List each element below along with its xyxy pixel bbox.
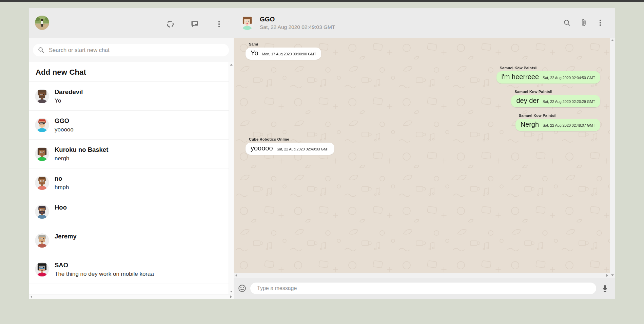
message-sender: Samuel Kow Paintsil: [514, 90, 552, 94]
message: Samuel Kow Paintsil Nergh Sat, 22 Aug 20…: [246, 113, 600, 131]
scroll-down-arrow-icon[interactable]: [611, 274, 614, 276]
chat-name: no: [55, 175, 69, 182]
chat-name: Daredevil: [55, 88, 83, 96]
chat-name: SAO: [55, 262, 154, 269]
paperclip-icon[interactable]: [580, 19, 588, 27]
message-input-pill[interactable]: [250, 283, 596, 294]
add-new-chat-heading: Add new Chat: [36, 68, 229, 77]
sidebar: Add new Chat Daredevil Yo GGO yooooo Kur…: [29, 8, 234, 299]
conversation-header: GGO Sat, 22 Aug 2020 02:49:03 GMT: [234, 8, 615, 38]
scroll-right-arrow-icon[interactable]: [230, 295, 232, 298]
status-icon[interactable]: [166, 20, 174, 28]
app-window: Add new Chat Daredevil Yo GGO yooooo Kur…: [29, 8, 615, 299]
chat-name: Hoo: [55, 204, 67, 211]
search-bar[interactable]: [33, 44, 229, 56]
chat-avatar: [35, 204, 49, 219]
add-new-chat-heading-block: Add new Chat: [29, 62, 229, 82]
chat-name: Jeremy: [55, 233, 77, 240]
chat-list-item[interactable]: SAO The thing no dey work on mobile kora…: [29, 255, 229, 284]
conversation-panel: GGO Sat, 22 Aug 2020 02:49:03 GMT: [234, 8, 615, 299]
message-sender: Sami: [249, 42, 258, 46]
chat-name: GGO: [55, 117, 74, 125]
messages-horizontal-scrollbar[interactable]: [234, 273, 610, 278]
window-top-strip: [0, 0, 644, 2]
chat-list: Add new Chat Daredevil Yo GGO yooooo Kur…: [29, 62, 229, 294]
chat-list-wrap: Add new Chat Daredevil Yo GGO yooooo Kur…: [29, 62, 234, 294]
chat-preview: hmph: [55, 184, 69, 191]
message-sender: Cube Robotics Online: [249, 137, 289, 141]
scroll-right-arrow-icon[interactable]: [606, 274, 608, 277]
message-time: Sat, 22 Aug 2020 02:04:50 GMT: [543, 76, 595, 80]
chat-preview: nergh: [55, 155, 108, 162]
sidebar-menu-icon[interactable]: [215, 20, 223, 28]
chat-list-item[interactable]: GGO yooooo: [29, 111, 229, 140]
chat-preview: yooooo: [55, 126, 74, 133]
conversation-timestamp: Sat, 22 Aug 2020 02:49:03 GMT: [260, 24, 335, 30]
conversation-avatar[interactable]: [240, 16, 254, 30]
composer: [234, 278, 615, 299]
chat-list-item[interactable]: Hoo: [29, 197, 229, 226]
search-section: [29, 38, 234, 62]
profile-avatar[interactable]: [35, 16, 49, 30]
message-bubble: dey der Sat, 22 Aug 2020 02:20:29 GMT: [511, 95, 600, 107]
chat-list-vertical-scrollbar[interactable]: [229, 62, 234, 294]
messages-area: Sami Yo Mon, 17 Aug 2020 00:00:00 GMT Sa…: [234, 38, 610, 273]
chat-avatar: [35, 118, 49, 132]
message-time: Mon, 17 Aug 2020 00:00:00 GMT: [262, 52, 316, 56]
message-text: Yo: [251, 49, 258, 57]
scroll-left-arrow-icon[interactable]: [235, 274, 237, 277]
message-input[interactable]: [257, 285, 589, 291]
emoji-icon[interactable]: [238, 284, 247, 293]
message: Samuel Kow Paintsil dey der Sat, 22 Aug …: [246, 90, 600, 107]
message-sender: Samuel Kow Paintsil: [519, 113, 557, 118]
chat-preview: The thing no dey work on mobile koraa: [55, 271, 154, 277]
chat-list-horizontal-scrollbar[interactable]: [29, 294, 234, 299]
message-text: i'm heerreee: [502, 73, 539, 81]
message-sender: Samuel Kow Paintsil: [500, 66, 538, 70]
message: Sami Yo Mon, 17 Aug 2020 00:00:00 GMT: [246, 42, 600, 60]
scroll-left-arrow-icon[interactable]: [31, 295, 32, 298]
message-bubble: Nergh Sat, 22 Aug 2020 02:48:07 GMT: [515, 119, 600, 131]
message: Cube Robotics Online yooooo Sat, 22 Aug …: [246, 137, 600, 155]
chat-avatar: [35, 89, 49, 103]
chat-list-item[interactable]: Daredevil Yo: [29, 82, 229, 111]
conversation-search-icon[interactable]: [563, 19, 571, 27]
message-bubble: Yo Mon, 17 Aug 2020 00:00:00 GMT: [246, 48, 321, 60]
chat-avatar: [35, 176, 49, 190]
message-bubble: i'm heerreee Sat, 22 Aug 2020 02:04:50 G…: [496, 71, 600, 84]
messages-wrap: Sami Yo Mon, 17 Aug 2020 00:00:00 GMT Sa…: [234, 38, 615, 278]
chat-list-item[interactable]: Jeremy: [29, 226, 229, 255]
mic-icon[interactable]: [601, 284, 609, 293]
new-chat-icon[interactable]: [191, 20, 199, 28]
sidebar-header: [29, 8, 234, 38]
message-time: Sat, 22 Aug 2020 02:20:29 GMT: [543, 100, 595, 104]
chat-avatar: [35, 147, 49, 161]
message-text: Nergh: [521, 121, 539, 128]
scroll-down-arrow-icon[interactable]: [230, 291, 233, 292]
chat-avatar: [35, 233, 49, 248]
search-input[interactable]: [49, 47, 224, 53]
message-time: Sat, 22 Aug 2020 02:48:07 GMT: [543, 123, 595, 127]
message-time: Sat, 22 Aug 2020 02:49:03 GMT: [277, 147, 329, 151]
message-bubble: yooooo Sat, 22 Aug 2020 02:49:03 GMT: [246, 143, 334, 155]
message: Samuel Kow Paintsil i'm heerreee Sat, 22…: [246, 66, 600, 84]
messages-vertical-scrollbar[interactable]: [610, 38, 615, 278]
chat-preview: Yo: [55, 97, 83, 104]
conversation-menu-icon[interactable]: [596, 19, 604, 27]
chat-list-item[interactable]: no hmph: [29, 168, 229, 197]
message-text: yooooo: [251, 144, 273, 152]
chat-avatar: [35, 262, 49, 276]
conversation-title: GGO: [260, 16, 335, 23]
scroll-up-arrow-icon[interactable]: [230, 64, 233, 66]
scroll-up-arrow-icon[interactable]: [611, 39, 614, 41]
message-text: dey der: [516, 97, 539, 105]
search-icon: [38, 47, 45, 54]
chat-list-item[interactable]: Kuroku no Basket nergh: [29, 140, 229, 168]
chat-name: Kuroku no Basket: [55, 146, 108, 154]
